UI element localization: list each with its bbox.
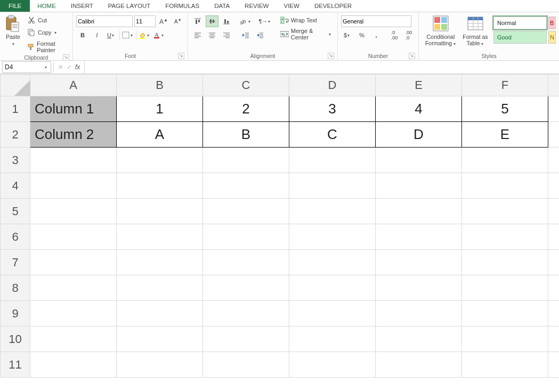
fill-color-button[interactable]: ▾ <box>138 29 151 41</box>
col-header-A[interactable]: A <box>30 75 117 96</box>
worksheet[interactable]: A B C D E F 1 Column 1 1 2 3 4 5 2 Colum… <box>0 74 559 378</box>
cell-E7[interactable] <box>376 250 462 275</box>
cell-E9[interactable] <box>376 301 462 326</box>
cell-F1[interactable]: 5 <box>462 96 548 122</box>
cell-style-bad[interactable]: B <box>548 17 556 29</box>
cell-F5[interactable] <box>462 199 548 224</box>
number-format-combo[interactable] <box>341 15 411 27</box>
cell-D8[interactable] <box>289 275 376 301</box>
cell-B7[interactable] <box>117 250 203 275</box>
row-header-9[interactable]: 9 <box>1 301 30 326</box>
cell-F4[interactable] <box>462 173 548 199</box>
cell-C10[interactable] <box>203 326 289 352</box>
cell-D7[interactable] <box>289 250 376 275</box>
increase-font-button[interactable]: A▲ <box>157 15 170 27</box>
alignment-launcher[interactable]: ↘ <box>328 53 334 59</box>
fx-icon[interactable]: fx <box>75 63 80 71</box>
row-header-5[interactable]: 5 <box>1 199 30 224</box>
font-launcher[interactable]: ↘ <box>178 53 184 59</box>
cell-D6[interactable] <box>289 224 376 250</box>
row-header-3[interactable]: 3 <box>1 148 30 173</box>
col-header-C[interactable]: C <box>203 75 289 96</box>
decrease-font-button[interactable]: A▼ <box>172 15 184 27</box>
cell-A8[interactable] <box>30 275 117 301</box>
cell-A11[interactable] <box>30 352 117 378</box>
col-header-D[interactable]: D <box>289 75 376 96</box>
align-middle-button[interactable] <box>206 15 218 27</box>
cell-blank[interactable] <box>548 96 560 122</box>
cell-F10[interactable] <box>462 326 548 352</box>
font-size-combo[interactable] <box>134 15 156 27</box>
cell-blank[interactable] <box>548 250 560 275</box>
row-header-7[interactable]: 7 <box>1 250 30 275</box>
tab-review[interactable]: REVIEW <box>237 0 276 12</box>
underline-button[interactable]: U▾ <box>105 29 118 41</box>
tab-file[interactable]: FILE <box>0 0 30 12</box>
cell-blank[interactable] <box>548 352 560 378</box>
cell-A3[interactable] <box>30 148 117 173</box>
align-left-button[interactable] <box>191 29 204 41</box>
cell-A6[interactable] <box>30 224 117 250</box>
cell-F6[interactable] <box>462 224 548 250</box>
tab-data[interactable]: DATA <box>207 0 237 12</box>
wrap-text-button[interactable]: abc Wrap Text <box>278 15 334 25</box>
row-header-2[interactable]: 2 <box>1 122 30 148</box>
cell-A5[interactable] <box>30 199 117 224</box>
formula-input[interactable] <box>84 61 559 74</box>
cell-blank[interactable] <box>548 224 560 250</box>
bold-button[interactable]: B <box>76 29 89 41</box>
tab-formulas[interactable]: FORMULAS <box>158 0 207 12</box>
merge-center-button[interactable]: a Merge & Center▾ <box>278 27 334 41</box>
cell-F3[interactable] <box>462 148 548 173</box>
row-header-4[interactable]: 4 <box>1 173 30 199</box>
cell-A1[interactable]: Column 1 <box>30 96 117 122</box>
cell-B6[interactable] <box>117 224 203 250</box>
comma-button[interactable]: , <box>370 29 383 41</box>
cell-F9[interactable] <box>462 301 548 326</box>
cell-B4[interactable] <box>117 173 203 199</box>
increase-decimal-button[interactable]: .0.00 <box>388 29 401 41</box>
cell-E6[interactable] <box>376 224 462 250</box>
cell-B11[interactable] <box>117 352 203 378</box>
name-box[interactable]: D4 ▾ <box>2 61 51 73</box>
font-color-button[interactable]: A▾ <box>152 29 165 41</box>
cell-E3[interactable] <box>376 148 462 173</box>
row-header-10[interactable]: 10 <box>1 326 30 352</box>
cell-style-good[interactable]: Good <box>493 31 547 44</box>
cell-blank[interactable] <box>548 326 560 352</box>
cell-E1[interactable]: 4 <box>376 96 462 122</box>
cell-B3[interactable] <box>117 148 203 173</box>
cell-C4[interactable] <box>203 173 289 199</box>
tab-developer[interactable]: DEVELOPER <box>307 0 359 12</box>
increase-indent-button[interactable] <box>254 29 266 41</box>
cell-B10[interactable] <box>117 326 203 352</box>
borders-button[interactable]: ▾ <box>121 29 134 41</box>
align-bottom-button[interactable] <box>220 15 233 27</box>
row-header-8[interactable]: 8 <box>1 275 30 301</box>
cell-blank[interactable] <box>548 275 560 301</box>
cell-F8[interactable] <box>462 275 548 301</box>
row-header-1[interactable]: 1 <box>1 96 30 122</box>
cell-D3[interactable] <box>289 148 376 173</box>
cell-C7[interactable] <box>203 250 289 275</box>
cell-B1[interactable]: 1 <box>117 96 203 122</box>
copy-button[interactable]: Copy▾ <box>25 28 69 37</box>
cell-blank[interactable] <box>548 122 560 148</box>
cell-blank[interactable] <box>548 199 560 224</box>
col-header-B[interactable]: B <box>117 75 203 96</box>
cell-B9[interactable] <box>117 301 203 326</box>
cell-B2[interactable]: A <box>117 122 203 148</box>
cell-A9[interactable] <box>30 301 117 326</box>
ltr-button[interactable]: ¶→▾ <box>258 15 271 27</box>
cell-C3[interactable] <box>203 148 289 173</box>
cell-D10[interactable] <box>289 326 376 352</box>
clipboard-launcher[interactable]: ↘ <box>63 54 69 61</box>
align-center-button[interactable] <box>206 29 218 41</box>
cell-C8[interactable] <box>203 275 289 301</box>
cell-E8[interactable] <box>376 275 462 301</box>
cell-C9[interactable] <box>203 301 289 326</box>
cell-D4[interactable] <box>289 173 376 199</box>
cell-E4[interactable] <box>376 173 462 199</box>
cell-A10[interactable] <box>30 326 117 352</box>
cell-F11[interactable] <box>462 352 548 378</box>
